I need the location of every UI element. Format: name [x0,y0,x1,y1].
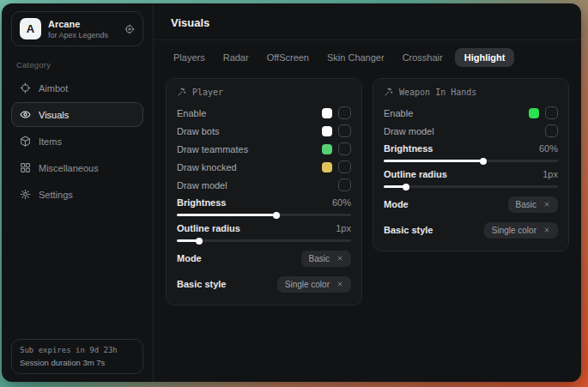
toggle-row: Enable [177,104,351,122]
slider-value: 1px [543,169,558,179]
toggle-list: Enable Draw bots Draw teammates Draw kno… [177,104,351,194]
panels-area: Player Enable Draw bots Draw teammates D… [154,67,581,317]
page-title: Visuals [171,16,564,29]
settings-panel: Weapon In Hands Enable Draw model Bright… [373,78,569,251]
toggle-label: Enable [177,108,206,118]
sidebar-item-label: Items [39,136,62,147]
slider-track[interactable] [384,185,558,188]
slider-fill [177,214,276,216]
slider: Brightness 60% [384,143,558,162]
panel-title-text: Player [192,88,223,97]
toggle-row: Draw knocked [177,158,351,176]
slider-handle[interactable] [273,212,280,219]
sidebar-item-label: Miscellaneous [39,163,99,173]
tab-crosshair[interactable]: Crosshair [397,48,449,67]
panel-title: Weapon In Hands [384,88,558,97]
tab-bar: PlayersRadarOffScreenSkin ChangerCrossha… [154,40,581,67]
target-icon[interactable] [124,24,135,34]
select-row: Mode Basic [177,249,351,268]
checkbox[interactable] [338,106,351,119]
eye-icon [20,109,31,120]
remove-icon[interactable] [543,201,550,208]
checkbox[interactable] [338,178,351,191]
slider-value: 1px [336,223,351,233]
checkbox[interactable] [338,160,351,173]
remove-icon[interactable] [336,255,343,262]
app-window: A Arcane for Apex Legends Category Aimbo… [2,3,581,382]
remove-icon[interactable] [336,281,343,287]
select-tag-text: Basic [309,254,330,263]
color-swatch[interactable] [322,162,332,172]
sidebar-item-label: Visuals [39,110,69,120]
tab-skin-changer[interactable]: Skin Changer [321,48,391,67]
slider-label: Outline radius [384,169,447,179]
sidebar-item-aimbot[interactable]: Aimbot [11,76,143,100]
sub-expiry-text: Sub expires in 9d 23h [20,346,135,354]
panel-title: Player [177,88,351,97]
toggle-list: Enable Draw model [384,104,558,140]
remove-icon[interactable] [543,227,550,233]
select-tag-text: Single color [492,226,536,235]
tab-highlight[interactable]: Highlight [455,48,515,67]
select-row: Mode Basic [384,195,558,214]
color-swatch[interactable] [322,144,332,154]
toggle-row: Draw model [177,176,351,194]
slider-label: Outline radius [177,223,240,233]
select-list: Mode Basic Basic style Single color [384,195,558,239]
select-tag-text: Basic [516,200,536,209]
slider-track[interactable] [384,160,558,162]
color-swatch[interactable] [322,126,332,136]
settings-panel: Player Enable Draw bots Draw teammates D… [166,78,362,305]
wand-icon [384,88,393,97]
gear-icon [20,189,31,200]
sidebar-nav: Aimbot Visuals Items Miscellaneous Setti… [11,76,143,207]
slider-value: 60% [539,143,558,154]
toggle-row: Draw bots [177,122,351,140]
sidebar-item-miscellaneous[interactable]: Miscellaneous [11,155,143,180]
app-subtitle: for Apex Legends [48,31,108,39]
select-label: Mode [384,199,409,209]
tab-radar[interactable]: Radar [217,48,255,67]
checkbox[interactable] [338,142,351,155]
select-tag-text: Single color [285,280,330,289]
select-tag[interactable]: Single color [277,276,351,293]
checkbox[interactable] [545,124,558,137]
select-label: Basic style [177,279,226,289]
select-tag[interactable]: Single color [484,222,558,239]
slider-handle[interactable] [196,238,203,245]
select-row: Basic style Single color [384,221,558,239]
grid-icon [20,162,31,173]
toggle-row: Enable [384,104,558,122]
select-label: Mode [177,253,202,263]
color-swatch[interactable] [322,108,332,118]
slider-fill [384,160,483,162]
toggle-label: Enable [384,108,413,118]
sidebar-item-label: Aimbot [39,83,68,94]
tab-players[interactable]: Players [167,48,211,67]
slider-track[interactable] [177,239,351,242]
select-tag[interactable]: Basic [508,197,558,213]
app-title: Arcane [48,19,108,29]
session-duration-text: Session duration 3m 7s [20,358,135,367]
toggle-label: Draw bots [177,126,220,136]
select-row: Basic style Single color [177,275,351,293]
slider-handle[interactable] [480,158,487,165]
toggle-row: Draw model [384,122,558,140]
tab-offscreen[interactable]: OffScreen [261,48,315,67]
slider-handle[interactable] [403,184,409,190]
color-swatch[interactable] [529,108,539,118]
slider-list: Brightness 60% Outline radius 1px [384,143,558,188]
slider-label: Brightness [177,197,226,208]
sidebar-item-visuals[interactable]: Visuals [11,102,143,127]
checkbox[interactable] [545,106,558,119]
sidebar-item-settings[interactable]: Settings [11,182,143,207]
select-tag[interactable]: Basic [301,251,351,267]
checkbox[interactable] [338,124,351,137]
box-icon [20,136,31,147]
slider-list: Brightness 60% Outline radius 1px [177,197,351,242]
sidebar-item-items[interactable]: Items [11,129,143,154]
crosshair-icon [20,82,31,94]
slider-label: Brightness [384,143,433,154]
select-label: Basic style [384,225,433,235]
slider-track[interactable] [177,214,351,216]
